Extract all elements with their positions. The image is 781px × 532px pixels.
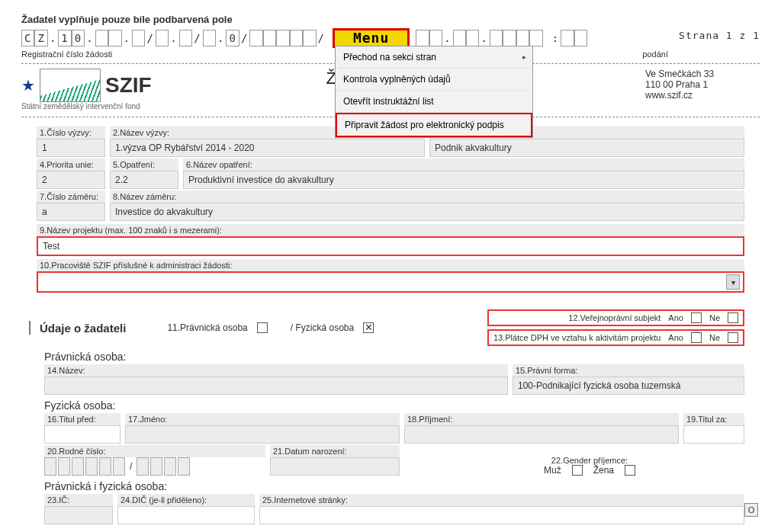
- q12-box: 12.Veřejnoprávní subjekt Ano Ne: [487, 309, 744, 326]
- f10-dropdown[interactable]: [37, 271, 744, 293]
- reg-cell: 1: [58, 30, 71, 46]
- reg-cell: [108, 30, 121, 46]
- szif-logo: ★ SZIF Státní zemědělský intervenční fon…: [21, 69, 152, 111]
- menu-item-validate[interactable]: Kontrola vyplněných údajů: [336, 69, 532, 91]
- gender-female-label: Žena: [593, 465, 614, 476]
- f9-label: 9.Název projektu (max. 100 znaků i s mez…: [37, 224, 744, 236]
- f16-input[interactable]: [44, 425, 121, 444]
- f3-value: Podnik akvakultury: [429, 139, 744, 157]
- q13-ne[interactable]: [728, 332, 738, 343]
- reg-sublabel: Registrační číslo žádosti: [21, 50, 112, 59]
- reg-cell: [303, 30, 316, 46]
- reg-cell: [203, 30, 216, 46]
- f8-label: 8.Název záměru:: [110, 191, 744, 203]
- page-counter: Strana 1 z 1: [679, 30, 760, 41]
- menu-button[interactable]: Menu Přechod na sekci stran Kontrola vyp…: [333, 28, 410, 48]
- reg-cell: Z: [34, 30, 47, 46]
- menu-label: Menu: [353, 30, 389, 46]
- applicant-section-title: Údaje o žadateli: [40, 322, 126, 335]
- f7-label: 7.Číslo záměru:: [37, 191, 105, 203]
- f5-value: 2.2: [110, 171, 178, 189]
- f23-label: 23.IČ:: [44, 494, 113, 506]
- f1-value: 1: [37, 139, 105, 157]
- f21-input[interactable]: [270, 457, 400, 476]
- registration-number-row: C Z . 1 0 . . / . / . 0 / / Menu Přechod…: [21, 28, 760, 48]
- reg-cell: [156, 30, 169, 46]
- logo-text: SZIF: [105, 73, 152, 98]
- f25-label: 25.Internetové stránky:: [259, 494, 744, 506]
- menu-popup: Přechod na sekci stran Kontrola vyplněný…: [335, 46, 533, 138]
- reg-cell: [561, 30, 574, 46]
- podani-label: podání: [642, 50, 668, 59]
- legal-person-section: Právnická osoba:: [44, 351, 744, 363]
- both-persons-section: Právnická i fyzická osoba:: [44, 480, 744, 492]
- logo-image: [40, 69, 101, 102]
- gender-female-checkbox[interactable]: [625, 465, 635, 476]
- reg-cell: [276, 30, 289, 46]
- logo-subtitle: Státní zemědělský intervenční fond: [21, 102, 140, 111]
- f4-value: 2: [37, 171, 105, 189]
- f6-value: Produktivní investice do akvakultury: [183, 171, 744, 189]
- natural-person-checkbox[interactable]: [363, 322, 374, 333]
- reg-cell: [95, 30, 108, 46]
- f8-value: Investice do akvakultury: [110, 203, 744, 221]
- f14-label: 14.Název:: [44, 364, 508, 377]
- gender-male-label: Muž: [544, 465, 561, 476]
- f25-input[interactable]: [259, 506, 744, 524]
- reg-cell: 0: [226, 30, 239, 46]
- f4-label: 4.Priorita unie:: [37, 159, 105, 171]
- reg-cell: [179, 30, 192, 46]
- f21-label: 21.Datum narození:: [270, 445, 400, 457]
- f15-value: 100-Podnikající fyzická osoba tuzemská: [513, 377, 744, 395]
- f24-input[interactable]: [117, 506, 255, 524]
- reg-cell: [466, 30, 479, 46]
- legal-person-checkbox[interactable]: [257, 322, 268, 333]
- f24-label: 24.DIČ (je-li přiděleno):: [117, 494, 255, 506]
- form-hint: Žadatel vyplňuje pouze bíle podbarvená p…: [21, 14, 760, 25]
- f15-label: 15.Právní forma:: [513, 364, 744, 377]
- f19-label: 19.Titul za:: [683, 413, 744, 425]
- reg-cell: [490, 30, 503, 46]
- reg-cell: [416, 30, 429, 46]
- q12-ano[interactable]: [691, 312, 702, 323]
- f17-label: 17.Jméno:: [125, 413, 400, 425]
- f20-label: 20.Rodné číslo:: [44, 445, 265, 457]
- f10-label: 10.Pracoviště SZIF příslušné k administr…: [37, 259, 744, 271]
- f18-input[interactable]: [404, 425, 679, 444]
- collapse-button[interactable]: O: [744, 503, 758, 517]
- f1-label: 1.Číslo výzvy:: [37, 127, 105, 139]
- legal-person-label: 11.Právnická osoba: [167, 322, 247, 333]
- f9-input[interactable]: Test: [37, 236, 744, 256]
- gender-male-checkbox[interactable]: [572, 465, 583, 476]
- f23-input[interactable]: [44, 506, 113, 524]
- q13-box: 13.Plátce DPH ve vztahu k aktivitám proj…: [487, 329, 744, 346]
- reg-cell: [503, 30, 516, 46]
- reg-cell: 0: [72, 30, 85, 46]
- reg-cell: [529, 30, 542, 46]
- f22-label: 22.Gender příjemce:: [435, 456, 744, 465]
- reg-cell: [290, 30, 303, 46]
- f14-input[interactable]: [44, 377, 508, 395]
- q13-ano[interactable]: [691, 332, 702, 343]
- reg-cell: [249, 30, 262, 46]
- reg-cell: [263, 30, 276, 46]
- reg-cell: C: [21, 30, 34, 46]
- f5-label: 5.Opatření:: [110, 159, 178, 171]
- natural-person-label: / Fyzická osoba: [291, 322, 354, 333]
- f7-value: a: [37, 203, 105, 221]
- reg-cell: [453, 30, 466, 46]
- f18-label: 18.Příjmení:: [404, 413, 679, 425]
- reg-cell: [429, 30, 442, 46]
- natural-person-section: Fyzická osoba:: [44, 399, 744, 412]
- f16-label: 16.Titul před:: [44, 413, 121, 425]
- reg-cell: [516, 30, 529, 46]
- reg-cell: [132, 30, 145, 46]
- menu-item-sections[interactable]: Přechod na sekci stran: [336, 46, 532, 69]
- reg-cell: [574, 30, 587, 46]
- f19-input[interactable]: [683, 425, 744, 444]
- f17-input[interactable]: [125, 425, 400, 444]
- q12-ne[interactable]: [728, 312, 738, 323]
- f6-label: 6.Název opatření:: [183, 159, 744, 171]
- menu-item-prepare-signature[interactable]: Připravit žádost pro elektronický podpis: [336, 113, 532, 137]
- menu-item-instructions[interactable]: Otevřít instruktážní list: [336, 91, 532, 113]
